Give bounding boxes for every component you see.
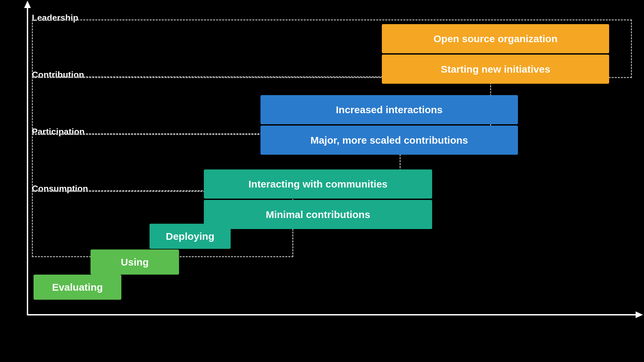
- box-6: Deploying: [150, 224, 231, 249]
- box-7: Using: [91, 249, 179, 275]
- y-axis: [27, 7, 28, 315]
- box-1: Starting new initiatives: [382, 55, 609, 84]
- box-3: Major, more scaled contributions: [260, 126, 518, 155]
- chart-container: LeadershipContributionParticipationConsu…: [0, 0, 644, 362]
- box-4: Interacting with communities: [204, 169, 432, 199]
- box-8: Evaluating: [34, 275, 121, 300]
- box-2: Increased interactions: [260, 95, 518, 124]
- x-axis: [27, 314, 637, 315]
- box-0: Open source organization: [382, 24, 609, 53]
- box-5: Minimal contributions: [204, 200, 432, 229]
